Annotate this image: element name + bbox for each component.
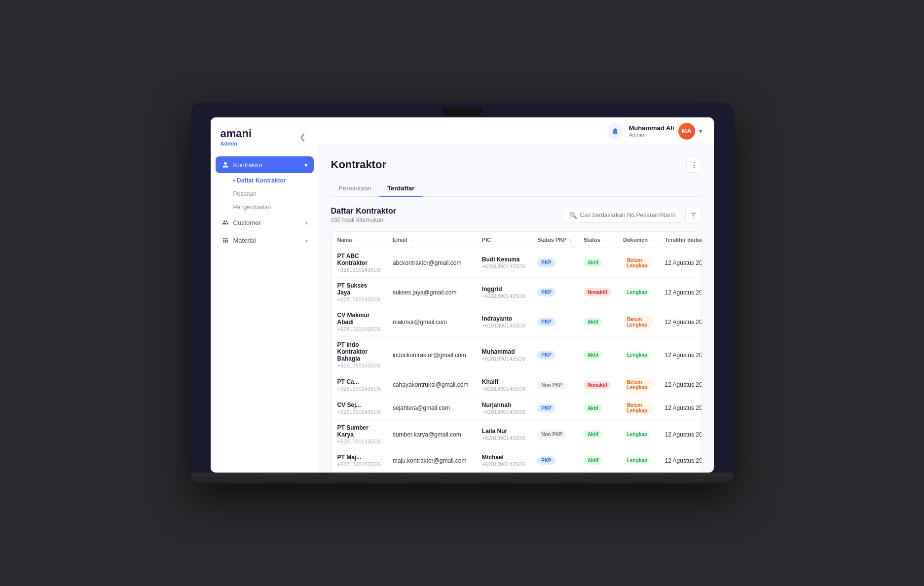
cell-email-6: sumber.karya@gmail.com <box>387 420 476 449</box>
cell-email-0: abckontraktor@gmail.com <box>387 248 476 278</box>
logo: amani Admin <box>221 127 252 146</box>
kontraktor-table: Nama ↕ Email ↕ PIC ↕ Status PKP ↕ Status… <box>332 232 702 473</box>
nama-sort-icon: ↕ <box>355 238 358 243</box>
page-tabs: Permintaan Terdaftar <box>331 181 702 197</box>
cell-status-pkp-2: PKP <box>531 307 578 337</box>
cell-email-1: sukses.jaya@gmail.com <box>387 278 476 307</box>
cell-email-8: kontruksi.corp@gmail.com <box>387 472 476 473</box>
col-pic[interactable]: PIC ↕ <box>476 232 531 248</box>
search-box: 🔍 <box>563 208 681 223</box>
user-name: Muhammad Ali <box>629 124 674 132</box>
cell-nama-4: PT Ca... +62813901435O6 <box>332 373 387 397</box>
sidebar-sub-item-daftar-kontraktor[interactable]: • Daftar Kontraktor <box>216 174 314 187</box>
cell-terakhir-4: 12 Agustus 2024 <box>659 373 702 397</box>
topbar-right: Muhammad Ali Admin MA ▾ <box>607 123 702 140</box>
cell-status-pkp-4: Non PKP <box>531 373 578 397</box>
cell-pic-6: Laila Nur +62813901435O6 <box>476 420 531 449</box>
search-input[interactable] <box>580 212 675 219</box>
cell-email-5: sejahtera@gmail.com <box>387 397 476 420</box>
cell-nama-0: PT ABC Kontraktor +62813901435O6 <box>332 248 387 278</box>
sidebar-sub-item-pengembalian[interactable]: Pengembalian <box>216 201 314 214</box>
col-dokumen[interactable]: Dokumen ↕ <box>617 232 659 248</box>
cell-status-6: Aktif <box>578 420 617 449</box>
table-row: PT ABC Kontraktor +62813901435O6 abckont… <box>332 248 702 278</box>
email-sort-icon: ↕ <box>410 238 412 243</box>
cell-pic-5: Nurjannah +62813901435O6 <box>476 397 531 420</box>
col-nama[interactable]: Nama ↕ <box>332 232 387 248</box>
cell-pic-2: Indrayanto +62813901435O6 <box>476 307 531 337</box>
cell-dokumen-1: Lengkap <box>617 278 659 307</box>
cell-status-5: Aktif <box>578 397 617 420</box>
cell-nama-8: Kontru... +62813901435O6 <box>332 472 387 473</box>
cell-terakhir-3: 12 Agustus 2024 <box>659 337 702 373</box>
cell-pic-1: Inggrid +62813901435O6 <box>476 278 531 307</box>
cell-status-8: Aktif <box>578 472 617 473</box>
sidebar-navigation: Kontraktor ▾ • Daftar Kontraktor Pesanan… <box>211 156 319 473</box>
cell-nama-1: PT Sukses Jaya +62813901435O6 <box>332 278 387 307</box>
main-content: Muhammad Ali Admin MA ▾ Kontraktor ⋮ <box>319 117 714 473</box>
cell-terakhir-2: 12 Agustus 2024 <box>659 307 702 337</box>
page-title: Kontraktor <box>331 158 386 171</box>
status-pkp-sort-icon: ↕ <box>569 238 572 243</box>
search-icon: 🔍 <box>569 212 577 219</box>
logo-text: amani <box>221 127 252 140</box>
section-subtitle: 150 hasil ditemukan <box>331 217 396 223</box>
cell-pic-8: Arnold +62813901435O6 <box>476 472 531 473</box>
sidebar-item-customer-label: Customer <box>233 219 261 226</box>
sidebar-sub-item-pesanan[interactable]: Pesanan <box>216 187 314 200</box>
cell-status-pkp-7: PKP <box>531 449 578 472</box>
sidebar-item-kontraktor[interactable]: Kontraktor ▾ <box>216 156 314 173</box>
laptop-base <box>191 473 734 483</box>
topbar: Muhammad Ali Admin MA ▾ <box>319 117 714 145</box>
sidebar-item-customer[interactable]: Customer › <box>216 214 314 231</box>
more-options-button[interactable]: ⋮ <box>686 157 702 173</box>
avatar: MA <box>678 123 695 140</box>
sidebar-item-material[interactable]: Material › <box>216 232 314 249</box>
table-body: PT ABC Kontraktor +62813901435O6 abckont… <box>332 248 702 473</box>
cell-status-pkp-5: PKP <box>531 397 578 420</box>
cell-nama-6: PT Sumber Karya +62813901435O6 <box>332 420 387 449</box>
col-status[interactable]: Status ↕ <box>578 232 617 248</box>
customer-chevron-icon: › <box>305 219 307 226</box>
col-status-pkp[interactable]: Status PKP ↕ <box>531 232 578 248</box>
sidebar-collapse-button[interactable]: ❮ <box>297 131 309 143</box>
kontraktor-icon <box>222 161 229 169</box>
tab-terdaftar[interactable]: Terdaftar <box>379 181 422 197</box>
filter-button[interactable] <box>685 207 702 223</box>
cell-dokumen-2: Belum Lengkap <box>617 307 659 337</box>
cell-terakhir-5: 12 Agustus 2024 <box>659 397 702 420</box>
user-profile[interactable]: Muhammad Ali Admin MA ▾ <box>629 123 702 140</box>
table-row: CV Sej... +62813901435O6 sejahtera@gmail… <box>332 397 702 420</box>
cell-nama-7: PT Maj... +62813901435O6 <box>332 449 387 472</box>
cell-pic-3: Muhammad +62813901435O6 <box>476 337 531 373</box>
status-sort-icon: ↕ <box>603 238 606 243</box>
cell-status-2: Aktif <box>578 307 617 337</box>
table-row: Kontru... +62813901435O6 kontruksi.corp@… <box>332 472 702 473</box>
tab-permintaan[interactable]: Permintaan <box>331 181 379 197</box>
cell-status-pkp-6: Non PKP <box>531 420 578 449</box>
user-role: Admin <box>629 132 674 138</box>
cell-terakhir-1: 12 Agustus 2024 <box>659 278 702 307</box>
cell-status-1: Nonaktif <box>578 278 617 307</box>
col-terakhir[interactable]: Terakhir diubah ↕ <box>659 232 702 248</box>
cell-status-0: Aktif <box>578 248 617 278</box>
cell-pic-7: Michael +62813901435O6 <box>476 449 531 472</box>
logo-role: Admin <box>221 141 252 146</box>
cell-status-pkp-1: PKP <box>531 278 578 307</box>
cell-email-3: indockontraktor@gmail.com <box>387 337 476 373</box>
cell-status-pkp-0: PKP <box>531 248 578 278</box>
cell-pic-4: Khalif +62813901435O6 <box>476 373 531 397</box>
table-row: PT Ca... +62813901435O6 cahayakontruksi@… <box>332 373 702 397</box>
cell-nama-3: PT Indo Kontraktor Bahagia +62813901435O… <box>332 337 387 373</box>
cell-terakhir-7: 12 Agustus 2024 <box>659 449 702 472</box>
table-row: PT Sukses Jaya +62813901435O6 sukses.jay… <box>332 278 702 307</box>
search-filter-area: 🔍 <box>563 207 702 223</box>
cell-dokumen-7: Lengkap <box>617 449 659 472</box>
col-email[interactable]: Email ↕ <box>387 232 476 248</box>
content-area: Kontraktor ⋮ Permintaan Terdaftar Daftar… <box>319 145 714 473</box>
section-title: Daftar Kontraktor <box>331 207 396 216</box>
notification-button[interactable] <box>607 123 623 139</box>
cell-terakhir-6: 12 Agustus 2024 <box>659 420 702 449</box>
user-text: Muhammad Ali Admin <box>629 124 674 138</box>
cell-status-3: Aktif <box>578 337 617 373</box>
